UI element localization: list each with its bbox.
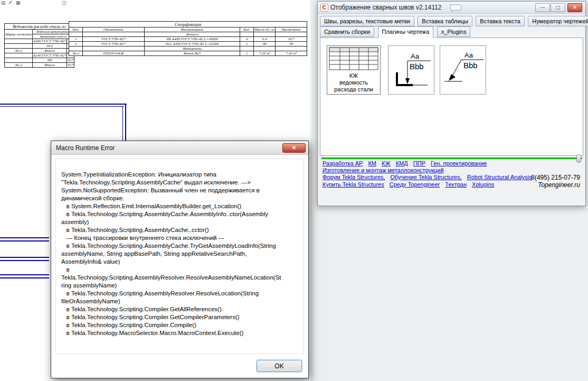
table-grid-icon (329, 47, 378, 70)
tab-row-1: Швы, разрезы, текстовые метки Вставка та… (320, 16, 583, 27)
link-tekhtran[interactable]: Техтран (445, 181, 467, 188)
link-gen-proект[interactable]: Ген. проектирование (431, 160, 487, 166)
tab-drawing-plugins[interactable]: Плагины чертежа (378, 26, 434, 38)
links-row-3: Форум Tekla Structures, Обучение Tekla S… (323, 174, 581, 181)
spec-table-title: Спецификация (69, 22, 307, 27)
table-header-row: Поз. Обозначение Наименование Кол. Масса… (69, 27, 307, 32)
plugin-window: С Отображение сварных швов v2.14112 — ▢ … (317, 1, 586, 206)
plugin-window-titlebar[interactable]: С Отображение сварных швов v2.14112 — ▢ … (318, 2, 585, 14)
svg-text:Aa: Aa (411, 52, 420, 60)
plugin-window-title: Отображение сварных швов v2.14112 (330, 4, 442, 11)
tab-insert-table[interactable]: Вставка таблицы (418, 16, 472, 26)
screen: ▤ ✐ ▦ ◫ Ведомость расхода стали, кг Марк… (0, 0, 588, 381)
link-razrabotka-ar[interactable]: Разработка АР (323, 160, 363, 166)
rebar-line (0, 257, 49, 258)
table-row: А240 ГОСТ 5781-82* (5, 53, 74, 58)
weld-mark-icon: Aa Bbb (388, 46, 434, 94)
cell: Марка элемента (5, 30, 33, 39)
steel-table-title: Ведомость расхода стали, кг (5, 24, 74, 30)
error-message-panel: System.TypeInitializationException: Иниц… (55, 159, 304, 354)
rebar-line (0, 260, 49, 261)
links-row-2: Изготовление и монтаж металлоконструкций (323, 167, 581, 174)
links-row-4: Купить Tekla Structures Среду Topenginee… (323, 181, 581, 188)
close-button[interactable]: ✕ (567, 3, 582, 12)
table-row: 2ГОСТ 5781-82*Ø12 А300 ГОСТ 5781-82 L=42… (69, 42, 307, 47)
ok-button[interactable]: OK (257, 360, 302, 372)
links-row-1: Разработка АР КМ КЖ КМД ППР Ген. проекти… (323, 160, 581, 167)
green-separator (321, 157, 582, 159)
tab-x-plugins[interactable]: x_Plugins (437, 26, 471, 37)
plugin-label-line: ведомость (327, 79, 380, 86)
minimize-button[interactable]: — (535, 3, 550, 12)
plugins-panel: КЖ ведомость расхода стали Aa Bbb Aa (320, 38, 583, 156)
view-frame-line (0, 106, 124, 107)
slider-thumb[interactable] (576, 154, 581, 163)
callout-shape (449, 3, 464, 13)
link-forum-tekla[interactable]: Форум Tekla Structures, (323, 174, 385, 180)
link-km[interactable]: КМ (368, 160, 376, 166)
cell: Изделия арматурные (32, 30, 74, 34)
tab-insert-text[interactable]: Вставка текста (476, 16, 524, 26)
link-montazh[interactable]: Изготовление и монтаж металлоконструкций (323, 167, 444, 173)
rebar-line (0, 274, 49, 275)
macro-error-dialog: Macro Runtime Error ✕ System.TypeInitial… (51, 141, 309, 378)
link-obuchenie-tekla[interactable]: Обучение Tekla Structures, (390, 174, 461, 180)
table-row: Лв-2Итого917 (5, 63, 74, 68)
table-row: Детали (69, 32, 307, 37)
rebar-line (0, 240, 49, 241)
error-message-text: System.TypeInitializationException: Иниц… (61, 171, 300, 337)
maximize-button[interactable]: ▢ (551, 3, 565, 12)
plugin-weld-mark-button[interactable]: Aa Bbb (388, 45, 434, 95)
link-kj[interactable]: КЖ (382, 160, 391, 166)
link-ppr[interactable]: ППР (413, 160, 425, 166)
link-sredu-topengineer[interactable]: Среду Topengineer (390, 181, 440, 188)
plugin-label-line: расхода стали (327, 86, 380, 93)
rebar-line (0, 277, 49, 278)
tab-compare-assemblies[interactable]: Сравнить сборки (320, 26, 374, 37)
steel-consumption-table: Ведомость расхода стали, кг Марка элемен… (4, 23, 74, 68)
app-icon: С (320, 4, 328, 12)
svg-text:Bbb: Bbb (463, 61, 478, 70)
svg-text:Aa: Aa (464, 51, 473, 59)
table-row: А400 ГОСТ 5781-82* (5, 39, 74, 44)
tab-welds-cuts-marks[interactable]: Швы, разрезы, текстовые метки (320, 16, 414, 26)
menu-fragment-icon-2[interactable]: ✐ (8, 0, 13, 6)
table-row: Лв-205П2014-КЖБетон В2517.20 м³7.20 м³ (69, 51, 307, 56)
table-row: Материалы (69, 47, 307, 51)
table-row: Ø1238 (5, 44, 74, 49)
plugin-text-mark-button[interactable]: Aa Bbb (440, 45, 486, 95)
close-icon[interactable]: ✕ (282, 143, 306, 153)
link-kupit-tekla[interactable]: Купить Tekla Structures (323, 181, 384, 188)
rebar-line (0, 237, 49, 238)
cell: Арматура класса (32, 34, 74, 39)
tab-row-2: Сравнить сборки Плагины чертежа x_Plugin… (320, 26, 583, 38)
phone-number: 8(495) 215-07-79 (531, 174, 580, 181)
specification-table: Спецификация Поз. Обозначение Наименован… (69, 21, 307, 56)
svg-text:Bbb: Bbb (410, 62, 424, 71)
site-name: Topengineer.ru (538, 181, 580, 189)
error-dialog-titlebar[interactable]: Macro Runtime Error ✕ (51, 141, 308, 155)
menu-fragment-icon-1[interactable]: ▤ (1, 0, 6, 6)
tab-drawing-numerator[interactable]: Нумератор чертежей (528, 16, 588, 26)
text-mark-icon: Aa Bbb (440, 46, 486, 94)
error-dialog-title: Macro Runtime Error (56, 144, 115, 152)
menu-fragment-icon-3[interactable]: ▦ (16, 0, 21, 6)
table-row: Лв-2Итого38 (5, 49, 74, 53)
view-frame-line (0, 104, 127, 105)
plugin-label-line: КЖ (327, 72, 380, 79)
link-xplugins[interactable]: Xplugins (472, 181, 494, 188)
link-kmd[interactable]: КМД (396, 160, 408, 166)
table-row: 1ГОСТ 5781-82*Ø6 А400 ГОСТ 5781-82 L=436… (69, 37, 307, 42)
link-robot-structural[interactable]: Robot Structural Analysis (467, 174, 532, 180)
menu-fragment-icon-4[interactable]: ◫ (62, 0, 67, 6)
plugin-steel-list-button[interactable]: КЖ ведомость расхода стали (327, 45, 381, 95)
table-row: Ø6917 (5, 58, 74, 63)
